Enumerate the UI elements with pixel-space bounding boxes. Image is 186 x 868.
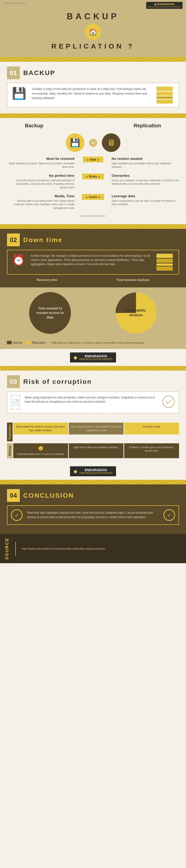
media-time-heading: Media, Time	[7, 194, 74, 198]
divider-2	[0, 113, 186, 118]
bottom-padding	[0, 531, 186, 534]
time-circle-text: Time needed to resume access to data	[34, 306, 66, 320]
dashed-box-icon: 📄	[11, 396, 20, 409]
section-03: 03 Risk of corruption 📄 When using repli…	[0, 371, 186, 419]
logo-section-2: ◆ ENDURADATA DATA REPLICATION EXPERTS	[0, 463, 186, 480]
replication-chart-row: Replication Data usable No need for rest…	[7, 423, 179, 441]
backup-side-label: Backup	[7, 443, 12, 458]
section-02-number: 02	[7, 234, 20, 246]
header-logo: ◆ ENDURADATA DATA REPLICATION EXPERTS	[146, 2, 183, 9]
no-restore-text: Data available and accessible without an…	[112, 162, 179, 169]
header-section: www.enduradata.com ◆ ENDURADATA DATA REP…	[0, 0, 186, 57]
rep-cell-1: Data usable No need for restore Can mirr…	[13, 423, 68, 434]
section-01-content: 💾 Creates a copy of the data for protect…	[7, 83, 179, 107]
replication-chart-cells: Data usable No need for restore Can mirr…	[13, 423, 179, 441]
leverage-data-heading: Leverage data	[112, 194, 179, 198]
section-03-text: When using replication for data protecti…	[25, 396, 158, 404]
clock-icon: ⏰	[11, 254, 26, 266]
leverage-data-text: Data is accessible & can be used. Exampl…	[112, 199, 179, 206]
divider-4	[0, 366, 186, 371]
vs-circle: vs	[89, 139, 97, 147]
section-04-text: Real time data replication reduces the r…	[27, 511, 159, 520]
legend-backup: Backup	[7, 341, 22, 344]
arrow-right-icon-3	[98, 195, 101, 199]
website-link: www.enduradata.com	[7, 214, 179, 217]
replication-label: Replication	[133, 123, 161, 129]
legend-backup-box	[7, 341, 11, 344]
arrow-left-icon	[86, 158, 89, 161]
server-icon-02	[156, 254, 175, 271]
enduradata-logo-1: ◆ ENDURADATA DATA REPLICATION EXPERTS	[70, 352, 116, 363]
legend-description: With backup, it takes time to restore & …	[51, 341, 145, 344]
must-restored-heading: Must be restored	[7, 157, 74, 160]
data-tag: Data	[83, 157, 103, 162]
compare-left-data: Must be restored Need software to restor…	[7, 157, 77, 169]
section-04: 04 CONCLUSION ✓ Real time data replicati…	[0, 485, 186, 531]
circles-section: Time needed to resume access to data Vul…	[0, 287, 186, 339]
backup-icon: 💾	[11, 87, 27, 100]
header-website: www.enduradata.com	[3, 2, 26, 4]
svg-point-1	[163, 396, 175, 407]
overwrites-text: unless you configure versioning, snapsho…	[112, 179, 179, 186]
no-perfect-text: No perfect time to do backup, extended w…	[7, 179, 74, 189]
section-04-content: ✓ Real time data replication reduces the…	[7, 505, 179, 525]
divider-3	[0, 224, 186, 229]
replication-top-cells: Data usable No need for restore Can mirr…	[13, 423, 179, 434]
section-03-title: Risk of corruption	[23, 378, 92, 385]
recovery-labels: Recovery time Time between backups	[7, 278, 179, 282]
enduradata-text-block-2: ENDURADATA DATA REPLICATION EXPERTS	[79, 468, 113, 474]
arrow-left-icon-3	[85, 195, 88, 199]
compare-row-costs: Media, Time Backup data is just sitting …	[7, 194, 179, 210]
legend-backup-label: Backup	[13, 341, 22, 344]
legend-section: Backup Replication With backup, it takes…	[0, 339, 186, 349]
vuln-circle: Vulnerability windows	[115, 292, 157, 334]
compare-right-risks: Overwrites unless you configure versioni…	[109, 174, 179, 186]
section-01: 01 BACKUP 💾 Creates a copy of the data f…	[0, 62, 186, 113]
file-icon: 📄	[12, 399, 19, 406]
enduradata-name-2: ENDURADATA	[79, 468, 113, 472]
compare-row-data: Must be restored Need software to restor…	[7, 157, 179, 169]
comparison-header: Backup Replication	[7, 123, 179, 129]
legend-replication-box	[26, 341, 30, 344]
overwrites-heading: Overwrites	[112, 174, 179, 178]
backup-circle-icon: 💾	[66, 133, 84, 152]
replication-side-label: Replication	[7, 423, 12, 441]
media-time-text: Backup data is just sitting there. Not u…	[7, 199, 74, 210]
section-04-title: CONCLUSION	[23, 492, 74, 499]
logo-section-1: ◆ ENDURADATA DATA REPLICATION EXPERTS	[0, 349, 186, 366]
screens-icon: 🖥	[107, 138, 115, 147]
enduradata-name: ENDURADATA	[79, 354, 113, 358]
vuln-circle-text: Vulnerability windows	[126, 309, 146, 317]
no-perfect-heading: No perfect time	[7, 174, 74, 178]
section-01-title: BACKUP	[23, 69, 55, 77]
rep-cell-3: Go back in time	[124, 423, 179, 434]
bk-cell-3: Problem if vendor goes out of business. …	[124, 443, 179, 458]
section-03-header: 03 Risk of corruption	[7, 375, 179, 388]
divider-5	[0, 480, 186, 485]
section-03-content: 📄 When using replication for data protec…	[7, 392, 179, 413]
endura-diamond-icon: ◆	[154, 3, 157, 6]
arrow-right-icon-2	[98, 175, 100, 178]
compare-row-risks: No perfect time No perfect time to do ba…	[7, 174, 179, 189]
compare-center-data: Data	[79, 157, 107, 162]
time-between-backups-label: Time between backups	[117, 278, 150, 282]
backup-label: Backup	[25, 123, 43, 129]
chart-full-section: Replication Data usable No need for rest…	[0, 419, 186, 463]
legend-replication: Replication	[26, 341, 45, 344]
sad-face-icon: 😟	[15, 445, 66, 452]
enduradata-sub-2: DATA REPLICATION EXPERTS	[79, 472, 113, 474]
bk-cell-1: 😟 Extended down time in case of a disast…	[13, 443, 68, 458]
compare-center-risks: Risks	[79, 174, 107, 179]
backup-bottom-cells: 😟 Extended down time in case of a disast…	[13, 443, 179, 458]
compare-center-costs: Costs	[79, 194, 107, 200]
section-02-header: 02 Down time	[7, 234, 179, 246]
header-title: BACKUP	[0, 11, 186, 21]
header-icon: 🏠	[85, 24, 101, 40]
no-restore-heading: No restore needed	[112, 157, 179, 160]
section-04-number: 04	[7, 489, 20, 502]
comparison-section: Backup Replication 💾 vs 🖥 Must be restor…	[0, 118, 186, 224]
source-url: http://www.enduradata.com/backup-data-re…	[22, 547, 105, 550]
rep-cell-2: Very small window of vulnerability if re…	[69, 423, 124, 434]
enduradata-logo-2: ◆ ENDURADATA DATA REPLICATION EXPERTS	[70, 466, 116, 476]
costs-tag: Costs	[82, 194, 104, 200]
